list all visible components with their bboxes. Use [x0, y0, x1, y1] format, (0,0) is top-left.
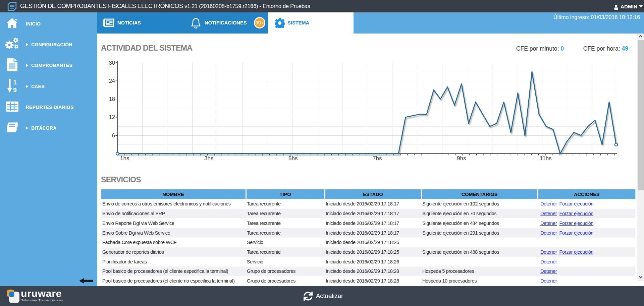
svg-text:1hs: 1hs: [120, 155, 129, 162]
svg-text:1: 1: [13, 79, 17, 86]
svg-text:24: 24: [109, 78, 115, 84]
svg-text:9hs: 9hs: [457, 155, 466, 162]
svg-text:3hs: 3hs: [204, 155, 213, 162]
svg-text:18: 18: [109, 96, 115, 102]
svg-text:9: 9: [13, 86, 17, 93]
svg-text:12: 12: [109, 114, 115, 120]
svg-text:11hs: 11hs: [540, 155, 552, 162]
svg-text:6: 6: [112, 132, 115, 138]
svg-text:5hs: 5hs: [288, 155, 298, 162]
svg-text:30: 30: [109, 60, 115, 66]
svg-text:7hs: 7hs: [373, 155, 382, 162]
